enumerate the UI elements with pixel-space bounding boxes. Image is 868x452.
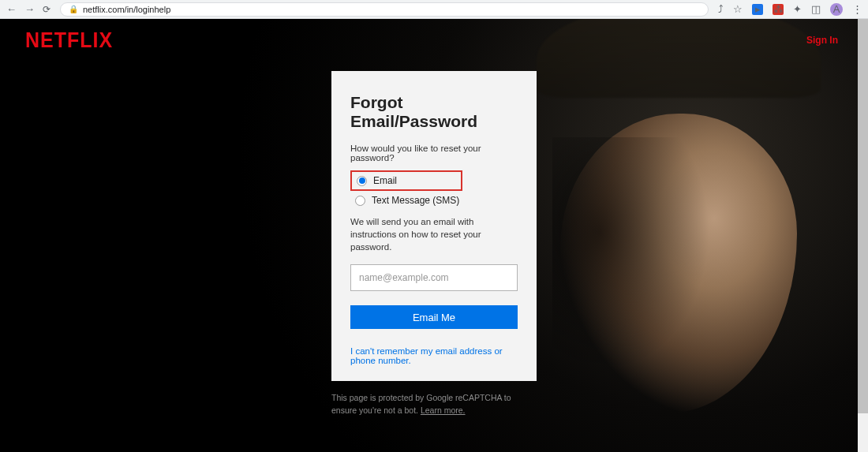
netflix-logo[interactable]: NETFLIX [25,28,113,53]
browser-chrome: ← → ⟳ 🔒 netflix.com/in/loginhelp ⤴ ☆ ▸ ⁂… [0,0,868,19]
back-button[interactable]: ← [6,3,17,15]
lock-icon: 🔒 [69,5,78,13]
share-icon[interactable]: ⤴ [718,3,724,15]
profile-avatar[interactable]: A [830,3,843,16]
reader-icon[interactable]: ◫ [811,3,821,15]
background-shadow [552,137,710,374]
learn-more-link[interactable]: Learn more. [421,405,466,415]
radio-email-label: Email [373,175,397,186]
address-bar[interactable]: 🔒 netflix.com/in/loginhelp [60,2,709,17]
forward-button[interactable]: → [24,3,35,15]
radio-sms-label: Text Message (SMS) [372,195,459,206]
card-description: We will send you an email with instructi… [350,215,518,253]
reload-button[interactable]: ⟳ [43,4,51,15]
page-header: NETFLIX Sign In [0,19,868,51]
recaptcha-notice: This page is protected by Google reCAPTC… [331,392,537,417]
radio-option-email-highlighted[interactable]: Email [350,170,462,191]
radio-option-sms[interactable]: Text Message (SMS) [350,193,518,207]
extension-1-icon[interactable]: ▸ [752,4,763,15]
radio-email-icon[interactable] [357,176,367,186]
browser-menu-icon[interactable]: ⋮ [852,3,862,15]
email-me-button[interactable]: Email Me [350,305,518,329]
page-content: NETFLIX Sign In Forgot Email/Password Ho… [0,19,868,452]
extension-2-icon[interactable]: ⁂ [773,4,784,15]
radio-sms-icon[interactable] [355,196,365,206]
scrollbar[interactable] [858,19,868,452]
url-text: netflix.com/in/loginhelp [83,5,170,14]
card-title: Forgot Email/Password [350,93,518,131]
cant-remember-link[interactable]: I can't remember my email address or pho… [350,346,518,365]
nav-arrows: ← → ⟳ [6,3,51,15]
sign-in-link[interactable]: Sign In [806,35,838,46]
email-input[interactable] [350,264,518,291]
extensions-puzzle-icon[interactable]: ✦ [793,3,802,15]
scrollbar-thumb[interactable] [858,19,868,413]
card-subtitle: How would you like to reset your passwor… [350,144,518,162]
bookmark-star-icon[interactable]: ☆ [733,3,743,15]
login-help-card: Forgot Email/Password How would you like… [331,71,537,381]
browser-extensions: ⤴ ☆ ▸ ⁂ ✦ ◫ A ⋮ [718,3,862,16]
